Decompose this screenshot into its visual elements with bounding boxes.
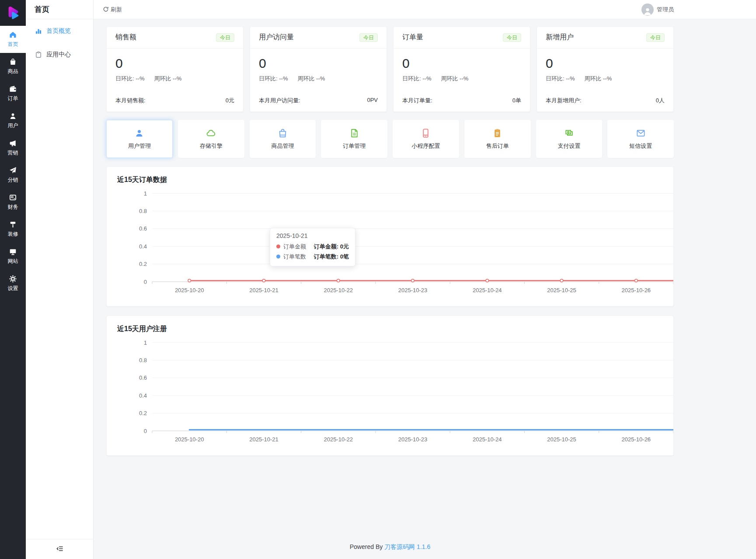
sidebar-item-finance[interactable]: 财务 bbox=[0, 189, 26, 216]
register-chart-card: 近15天用户注册 10.80.60.40.202025-10-202025-10… bbox=[106, 315, 674, 456]
sidebar-item-label: 网站 bbox=[8, 258, 18, 265]
stats-row: 销售额今日 0 日环比: --%周环比 --% 本月销售额:0元 用户访问量今日… bbox=[106, 26, 674, 112]
submenu-item-overview[interactable]: 首页概览 bbox=[26, 19, 93, 43]
today-badge: 今日 bbox=[359, 33, 378, 42]
today-badge: 今日 bbox=[216, 33, 234, 42]
finance-icon bbox=[9, 194, 17, 201]
svg-text:0.6: 0.6 bbox=[139, 225, 147, 232]
money-icon bbox=[564, 128, 574, 138]
monitor-icon bbox=[9, 248, 17, 255]
tooltip-series-name: 订单笔数 bbox=[283, 253, 306, 261]
chart-tooltip: 2025-10-21 订单金额 订单金额: 0元 订单笔数 订单笔数: 0笔 bbox=[270, 228, 355, 266]
stat-foot-value: 0单 bbox=[512, 97, 521, 105]
shortcut-label: 存储引擎 bbox=[200, 142, 223, 150]
svg-text:0: 0 bbox=[144, 428, 147, 434]
sidebar-item-label: 商品 bbox=[8, 68, 18, 75]
shortcut-label: 用户管理 bbox=[128, 142, 151, 150]
stat-foot-label: 本月订单量: bbox=[402, 97, 432, 105]
svg-text:0.2: 0.2 bbox=[139, 261, 147, 267]
stat-title: 订单量 bbox=[402, 33, 423, 42]
fold-icon bbox=[56, 545, 63, 553]
submenu-title: 首页 bbox=[26, 0, 93, 19]
svg-text:0.2: 0.2 bbox=[139, 410, 147, 416]
stat-foot-value: 0人 bbox=[656, 97, 665, 105]
svg-text:1: 1 bbox=[144, 190, 147, 197]
stat-card-visits: 用户访问量今日 0 日环比: --%周环比 --% 本月用户访问量:0PV bbox=[250, 26, 387, 112]
shortcut-sms-settings[interactable]: 短信设置 bbox=[607, 120, 674, 158]
submenu-item-label: 首页概览 bbox=[46, 27, 71, 35]
svg-text:2025-10-25: 2025-10-25 bbox=[547, 436, 576, 443]
cloud-icon bbox=[206, 128, 216, 138]
shopping-bag-icon bbox=[9, 58, 17, 66]
sidebar-item-distribution[interactable]: 分销 bbox=[0, 161, 26, 189]
svg-text:1: 1 bbox=[144, 339, 147, 346]
sidebar-item-label: 财务 bbox=[8, 203, 18, 211]
tooltip-row: 订单金额 订单金额: 0元 bbox=[276, 241, 349, 252]
stat-foot-value: 0元 bbox=[226, 97, 234, 105]
svg-text:2025-10-24: 2025-10-24 bbox=[473, 436, 502, 443]
shortcut-aftersale-orders[interactable]: 售后订单 bbox=[464, 120, 531, 158]
stat-foot-label: 本月销售额: bbox=[115, 97, 146, 105]
svg-text:2025-10-21: 2025-10-21 bbox=[249, 287, 279, 293]
day-ratio: 日环比: --% bbox=[546, 75, 575, 83]
sidebar-item-marketing[interactable]: 营销 bbox=[0, 134, 26, 161]
sidebar-item-goods[interactable]: 商品 bbox=[0, 53, 26, 80]
shortcut-payment-settings[interactable]: 支付设置 bbox=[536, 120, 603, 158]
shortcut-label: 售后订单 bbox=[486, 142, 509, 150]
submenu-item-app-center[interactable]: 应用中心 bbox=[26, 43, 93, 66]
refresh-button[interactable]: 刷新 bbox=[103, 0, 122, 19]
svg-text:0.6: 0.6 bbox=[139, 374, 147, 381]
week-ratio: 周环比 --% bbox=[154, 75, 181, 83]
svg-text:2025-10-25: 2025-10-25 bbox=[547, 287, 576, 293]
home-icon bbox=[9, 31, 17, 38]
shortcut-storage-engine[interactable]: 存储引擎 bbox=[178, 120, 244, 158]
sidebar-item-label: 装修 bbox=[8, 231, 18, 238]
footer-link[interactable]: 刀客源码网 bbox=[384, 543, 415, 550]
stat-foot-label: 本月新增用户: bbox=[546, 97, 582, 105]
sidebar-item-orders[interactable]: 订单 bbox=[0, 80, 26, 107]
sidebar-item-home[interactable]: 首页 bbox=[0, 26, 26, 53]
day-ratio: 日环比: --% bbox=[402, 75, 431, 83]
shortcut-miniprogram-config[interactable]: 小程序配置 bbox=[393, 120, 459, 158]
svg-text:0.4: 0.4 bbox=[139, 392, 147, 399]
sidebar-item-settings[interactable]: 设置 bbox=[0, 270, 26, 297]
shortcut-label: 支付设置 bbox=[557, 142, 580, 150]
day-ratio: 日环比: --% bbox=[115, 75, 144, 83]
register-chart-title: 近15天用户注册 bbox=[117, 325, 673, 334]
week-ratio: 周环比 --% bbox=[297, 75, 325, 83]
page-footer: Powered By 刀客源码网1.1.6 bbox=[106, 543, 674, 551]
user-menu[interactable]: 管理员 bbox=[641, 0, 674, 19]
paper-plane-icon bbox=[9, 167, 17, 174]
tooltip-series-value: 订单金额: 0元 bbox=[307, 243, 349, 251]
user-name: 管理员 bbox=[657, 6, 674, 14]
shortcut-goods-manage[interactable]: 商品管理 bbox=[250, 120, 316, 158]
tooltip-series-value: 订单笔数: 0笔 bbox=[307, 253, 349, 261]
app-logo[interactable] bbox=[0, 0, 26, 26]
sidebar-item-website[interactable]: 网站 bbox=[0, 243, 26, 270]
sidebar-item-label: 首页 bbox=[8, 41, 18, 48]
refresh-label: 刷新 bbox=[111, 6, 122, 14]
sidebar-item-label: 订单 bbox=[8, 95, 18, 102]
svg-text:2025-10-24: 2025-10-24 bbox=[473, 287, 502, 293]
svg-text:0.8: 0.8 bbox=[139, 208, 147, 214]
paint-roller-icon bbox=[9, 221, 17, 228]
svg-text:2025-10-22: 2025-10-22 bbox=[324, 436, 353, 443]
order-chart-canvas[interactable]: 10.80.60.40.202025-10-202025-10-212025-1… bbox=[117, 188, 673, 302]
tooltip-date: 2025-10-21 bbox=[276, 232, 349, 239]
tooltip-series-name: 订单金额 bbox=[283, 243, 306, 251]
sidebar-item-users[interactable]: 用户 bbox=[0, 107, 26, 134]
sidebar-collapse-button[interactable] bbox=[26, 539, 93, 559]
week-ratio: 周环比 --% bbox=[441, 75, 468, 83]
stat-card-sales: 销售额今日 0 日环比: --%周环比 --% 本月销售额:0元 bbox=[106, 26, 244, 112]
footer-prefix: Powered By bbox=[350, 543, 384, 550]
register-chart-canvas[interactable]: 10.80.60.40.202025-10-202025-10-212025-1… bbox=[117, 337, 673, 451]
svg-text:2025-10-23: 2025-10-23 bbox=[398, 436, 428, 443]
svg-text:0.8: 0.8 bbox=[139, 357, 147, 363]
svg-text:2025-10-22: 2025-10-22 bbox=[324, 287, 353, 293]
sidebar-item-decorate[interactable]: 装修 bbox=[0, 216, 26, 243]
shortcut-user-manage[interactable]: 用户管理 bbox=[106, 120, 173, 158]
shortcut-order-manage[interactable]: 订单管理 bbox=[321, 120, 387, 158]
clipboard-icon bbox=[492, 128, 502, 138]
shortcut-row: 用户管理 存储引擎 商品管理 订单管理 小程序配置 售后订单 bbox=[106, 120, 674, 158]
wallet-icon bbox=[9, 85, 17, 93]
